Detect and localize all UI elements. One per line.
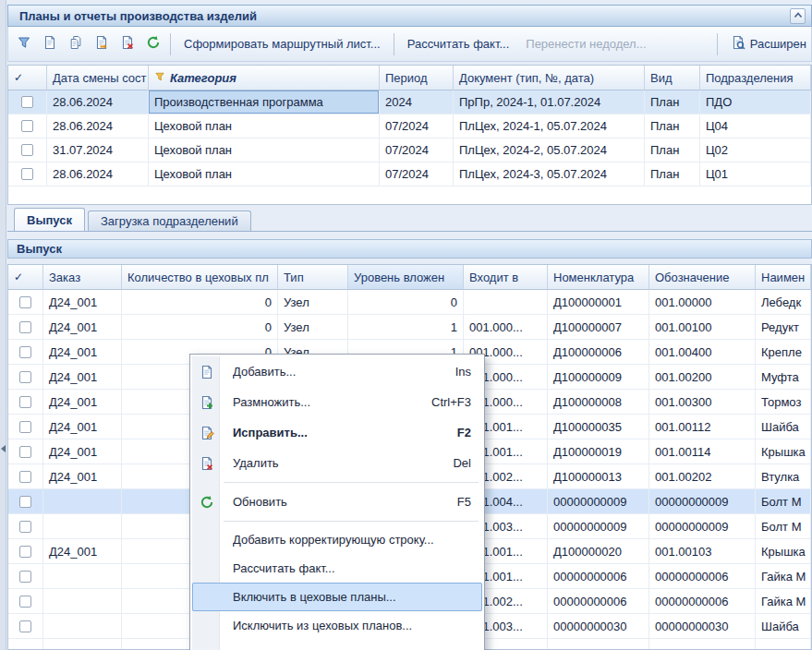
- table-row[interactable]: 31.07.2024Цеховой план07/2024ПлЦех, 2024…: [8, 138, 811, 162]
- row-checkbox[interactable]: [19, 321, 31, 333]
- row-checkbox[interactable]: [19, 346, 31, 358]
- column-header-check[interactable]: ✓: [8, 265, 43, 290]
- row-checkbox[interactable]: [19, 396, 31, 408]
- left-splitter-bar[interactable]: [0, 0, 6, 650]
- menu-item-edit[interactable]: Исправить...F2: [192, 417, 482, 448]
- menu-item-exclude-from-shop-plans[interactable]: Исключить из цеховых планов...: [192, 611, 482, 640]
- table-row[interactable]: 28.06.2024Производственная программа2024…: [8, 90, 811, 114]
- table-cell: 001.00202: [649, 464, 756, 488]
- menu-item-include-in-shop-plans[interactable]: Включить в цеховые планы...: [192, 583, 482, 611]
- checkbox-cell: [8, 589, 43, 613]
- delete-document-button[interactable]: [115, 32, 139, 56]
- row-checkbox[interactable]: [19, 571, 31, 583]
- carry-over-backlog-button[interactable]: Перенести недодел...: [517, 33, 654, 54]
- menu-separator: [224, 482, 479, 483]
- column-header-podrazdeleniya[interactable]: Подразделения: [700, 66, 811, 90]
- column-header-oboznachenie[interactable]: Обозначение: [649, 265, 756, 290]
- refresh-icon: [146, 35, 161, 53]
- column-header-date-change[interactable]: Дата смены сост: [47, 66, 149, 90]
- table-cell: [756, 639, 811, 649]
- column-header-category[interactable]: Категория: [149, 66, 380, 90]
- menu-item-refresh[interactable]: ОбновитьF5: [192, 487, 482, 517]
- table-cell: Муфта: [756, 365, 811, 389]
- row-checkbox[interactable]: [21, 96, 33, 108]
- chevron-up-icon: [793, 9, 804, 23]
- form-route-sheet-button[interactable]: Сформировать маршрутный лист...: [176, 33, 389, 54]
- column-header-check[interactable]: ✓: [8, 66, 47, 90]
- table-row[interactable]: Д24_0010Узел1001.000...Д100000007001.001…: [8, 315, 811, 340]
- menu-item-add-correction-row[interactable]: Добавить корректирующую строку...: [192, 525, 482, 554]
- row-checkbox[interactable]: [19, 546, 31, 558]
- collapse-left-arrow-icon[interactable]: [1, 445, 6, 452]
- export-document-button[interactable]: [89, 32, 114, 56]
- new-document-button[interactable]: [37, 32, 62, 56]
- menu-item-add[interactable]: Добавить...Ins: [192, 356, 482, 387]
- table-cell: 28.06.2024: [47, 90, 149, 114]
- advanced-group: Расширен: [712, 31, 808, 56]
- row-checkbox[interactable]: [21, 120, 33, 132]
- column-header-naimenovanie[interactable]: Наимен: [756, 265, 811, 290]
- panel-title: Планы и отчеты производства изделий: [19, 9, 257, 23]
- table-row[interactable]: 28.06.2024Цеховой план07/2024ПлЦех, 2024…: [8, 162, 811, 187]
- column-header-period[interactable]: Период: [380, 66, 454, 90]
- column-header-vid[interactable]: Вид: [645, 66, 700, 90]
- menu-item-delete[interactable]: УдалитьDel: [192, 448, 482, 478]
- table-cell: Тормоз: [756, 390, 811, 414]
- row-checkbox[interactable]: [21, 168, 33, 180]
- row-checkbox[interactable]: [19, 296, 31, 308]
- column-header-quantity-shop-plans[interactable]: Количество в цеховых пл: [122, 265, 278, 290]
- table-cell: 001.000...: [464, 315, 548, 339]
- menu-item-label: Добавить корректирующую строку...: [233, 533, 471, 547]
- table-row[interactable]: Д24_0010Узел0Д100000001001.00000Лебедк: [8, 290, 811, 315]
- row-checkbox[interactable]: [19, 521, 31, 533]
- checkmark-glyph: ✓: [14, 71, 23, 84]
- table-cell: 00000000030: [649, 614, 756, 638]
- checkbox-cell: [8, 114, 47, 138]
- copy-document-button[interactable]: [63, 32, 88, 56]
- refresh-button[interactable]: [140, 32, 165, 56]
- table-cell: Болт М: [756, 489, 811, 513]
- filter-funnel-icon: [154, 71, 165, 85]
- row-checkbox[interactable]: [19, 496, 31, 508]
- calculate-fact-button[interactable]: Рассчитать факт...: [399, 33, 518, 54]
- column-header-vhodit-v[interactable]: Входит в: [464, 265, 548, 290]
- table-cell: Д24_001: [43, 464, 122, 488]
- row-checkbox[interactable]: [19, 596, 31, 608]
- column-header-tip[interactable]: Тип: [278, 265, 348, 290]
- collapse-panel-button[interactable]: [790, 8, 806, 24]
- table-row[interactable]: 28.06.2024Цеховой план07/2024ПлЦех, 2024…: [8, 114, 811, 138]
- tab-vypusk[interactable]: Выпуск: [14, 208, 85, 231]
- checkbox-cell: [8, 614, 43, 638]
- row-checkbox[interactable]: [19, 620, 31, 632]
- column-label: Вид: [650, 71, 673, 85]
- table-cell: Крепле: [756, 340, 811, 364]
- toolbar-separator: [717, 33, 718, 55]
- column-header-document[interactable]: Документ (тип, №, дата): [454, 66, 645, 90]
- table-cell: Лебедк: [756, 290, 811, 314]
- row-checkbox[interactable]: [19, 446, 31, 458]
- row-checkbox[interactable]: [19, 371, 31, 383]
- menu-separator: [224, 521, 479, 522]
- row-checkbox[interactable]: [21, 144, 33, 156]
- row-checkbox[interactable]: [19, 421, 31, 433]
- advanced-search-icon: [731, 35, 745, 53]
- table-cell: 001.00200: [649, 365, 756, 389]
- column-label: Уровень вложен: [354, 271, 444, 284]
- tab-zagruzka-podrazdelenij[interactable]: Загрузка подразделений: [88, 211, 251, 231]
- menu-item-calculate-fact[interactable]: Рассчитать факт...: [192, 554, 482, 583]
- table-cell: Д24_001: [43, 539, 122, 563]
- checkbox-cell: [8, 464, 43, 488]
- table-cell: Шайба: [756, 415, 811, 439]
- advanced-button[interactable]: Расширен: [722, 31, 808, 56]
- row-checkbox[interactable]: [19, 471, 31, 483]
- context-menu: Добавить...InsРазмножить...Ctrl+F3Исправ…: [189, 354, 485, 650]
- column-header-nomenklatura[interactable]: Номенклатура: [548, 265, 649, 290]
- menu-item-label: Рассчитать факт...: [233, 561, 471, 575]
- column-header-nesting-level[interactable]: Уровень вложен: [348, 265, 464, 290]
- duplicate-icon: [199, 394, 215, 411]
- column-label: Номенклатура: [553, 271, 634, 284]
- filter-button[interactable]: [11, 32, 36, 56]
- table-cell: Гайка М: [756, 589, 811, 613]
- column-header-zakaz[interactable]: Заказ: [43, 265, 122, 290]
- menu-item-duplicate[interactable]: Размножить...Ctrl+F3: [192, 387, 482, 417]
